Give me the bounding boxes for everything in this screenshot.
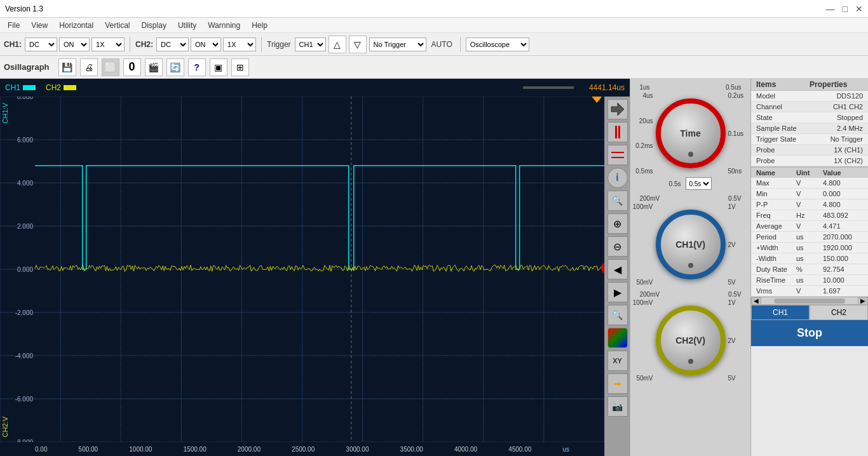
next-btn[interactable]: ▶ [607,282,628,302]
split-screen-btn[interactable]: ⊞ [231,58,249,76]
record-btn[interactable]: 0 [123,58,141,76]
meas-value-4: 4.471 [823,222,863,230]
ch2-knob-top-right: 0.5V [728,291,742,298]
zoom-plus-btn[interactable]: ⊕ [607,213,628,234]
camera-btn[interactable]: 📷 [607,396,628,417]
scroll-thumb[interactable] [774,298,845,304]
ch1-header-text: CH1 [5,83,20,92]
menu-file[interactable]: File [3,20,25,31]
sep3 [460,37,461,52]
horizontal-bars-btn[interactable] [607,145,628,165]
measurements-section: Name Uint Value MaxV4.800MinV0.000P-PV4.… [751,166,868,297]
time-knob-select[interactable]: 0.5s1s2s [686,177,712,190]
time-knob-container: 1us 0.5us 4us 20us 0.2ms 0.5ms Time 0.2u… [634,84,748,190]
vertical-bars-btn[interactable] [607,122,628,142]
scroll-left-btn[interactable]: ◀ [751,297,761,305]
stop-record-btn[interactable]: ⬜ [102,58,119,76]
x-unit: us [562,446,569,453]
time-knob-top-right: 0.5us [726,84,741,91]
time-cursor: 4441.14us [589,83,625,92]
scroll-right-btn[interactable]: ▶ [858,297,868,305]
ch1-knob-top-right: 0.5V [728,195,742,202]
ch2-knob[interactable]: CH2(V) [656,305,726,375]
ch1-coupling-select[interactable]: DCACGND [25,37,57,51]
menu-display[interactable]: Display [137,20,172,31]
time-knob-label: Time [680,128,700,138]
props-tabs: CH1 CH2 [751,304,868,320]
main-content: CH1 CH2 4441.14us CH1:V CH2:V 0.00 500.0… [0,79,868,456]
ch1-y-label: CH1:V [1,103,9,123]
time-knob[interactable]: Time [656,98,726,168]
meas-name-header: Name [756,169,796,177]
meas-row-1: MinV0.000 [751,189,868,199]
ch2-knob-label: CH2(V) [675,335,705,345]
measurements-scrollbar[interactable]: ◀ ▶ [751,297,868,304]
meas-row-6: +Widthus1920.000 [751,243,868,253]
multi-screen-btn[interactable]: ▣ [210,58,227,76]
time-display [523,86,574,89]
x-label-0: 0.00 [35,446,47,453]
close-button[interactable]: ✕ [855,4,863,14]
ch2-state-select[interactable]: ONOFF [191,37,221,51]
ch2-r2: 5V [728,375,750,382]
trigger-edge2-btn[interactable]: ▽ [349,36,367,53]
ch2-coupling-select[interactable]: DCACGND [156,37,189,51]
app-title: Version 1.3 [5,4,43,13]
scope-tools: i 🔍 ⊕ ⊖ ◀ ▶ 🔍 XY ➡ 📷 [604,97,630,456]
help-btn[interactable]: ? [188,58,206,76]
oscilloscope-select[interactable]: Oscilloscope [466,37,529,51]
cursor-arrows-btn[interactable] [607,99,628,119]
time-l3: 0.5ms [631,168,653,175]
meas-name-2: P-P [756,201,796,208]
ch1-knob-top-labels: 200mV 0.5V [640,195,742,202]
measurements-header: Name Uint Value [751,168,868,178]
menu-warning[interactable]: Warnning [203,20,245,31]
menu-help[interactable]: Help [247,20,273,31]
scope-canvas[interactable] [0,97,604,442]
stop-button[interactable]: Stop [751,320,868,346]
refresh-btn[interactable]: 🔄 [166,58,184,76]
trigger-ch-select[interactable]: CH1CH2 [295,37,326,51]
color-btn[interactable] [607,328,628,348]
ch1-state-select[interactable]: ONOFF [59,37,90,51]
save-btn[interactable]: 💾 [58,58,76,76]
props-row-2: State Stopped [751,112,868,123]
save-wave-btn[interactable]: 🎬 [145,58,163,76]
meas-name-9: RiseTime [756,276,796,284]
ch1-r0: 1V [728,203,750,210]
props-key-1: Channel [756,103,833,111]
ch1-probe-select[interactable]: 1X10X100X [92,37,125,51]
measurements-rows: MaxV4.800MinV0.000P-PV4.800FreqHz483.092… [751,178,868,297]
trigger-edge-btn[interactable]: △ [329,36,346,53]
prev-btn[interactable]: ◀ [607,259,628,279]
titlebar: Version 1.3 — □ ✕ [0,0,868,18]
menu-utility[interactable]: Utility [173,20,201,31]
menu-vertical[interactable]: Vertical [100,20,135,31]
ch2-knob-left: 100mV 50mV [631,299,653,382]
trigger-mode-select[interactable]: No TriggerAutoNormalSingle [369,37,426,51]
tab-ch2[interactable]: CH2 [810,305,868,320]
props-key-0: Model [756,92,836,100]
ch1-knob-top-left: 200mV [640,195,660,202]
tab-ch1[interactable]: CH1 [751,305,810,320]
meas-uint-9: us [796,276,823,284]
maximize-button[interactable]: □ [843,4,848,14]
forward-btn[interactable]: ➡ [607,373,628,394]
time-l2: 0.2ms [631,142,653,149]
meas-name-5: Period [756,233,796,241]
menu-horizontal[interactable]: Horizontal [54,20,98,31]
ch2-knob-top-left: 200mV [640,291,660,298]
info-btn[interactable]: i [607,168,628,188]
zoom-minus-btn[interactable]: ⊖ [607,236,628,257]
meas-row-5: Periodus2070.000 [751,232,868,243]
search-btn[interactable]: 🔍 [607,305,628,325]
minimize-button[interactable]: — [826,4,835,14]
print-btn[interactable]: 🖨 [80,58,98,76]
ch1-knob[interactable]: CH1(V) [656,210,726,279]
ch2-knob-dot [688,359,693,364]
menu-view[interactable]: View [26,20,53,31]
zoom-btn[interactable]: 🔍 [607,191,628,211]
props-val-1: CH1 CH2 [833,103,863,111]
xy-btn[interactable]: XY [607,351,628,371]
ch2-probe-select[interactable]: 1X10X100X [223,37,256,51]
